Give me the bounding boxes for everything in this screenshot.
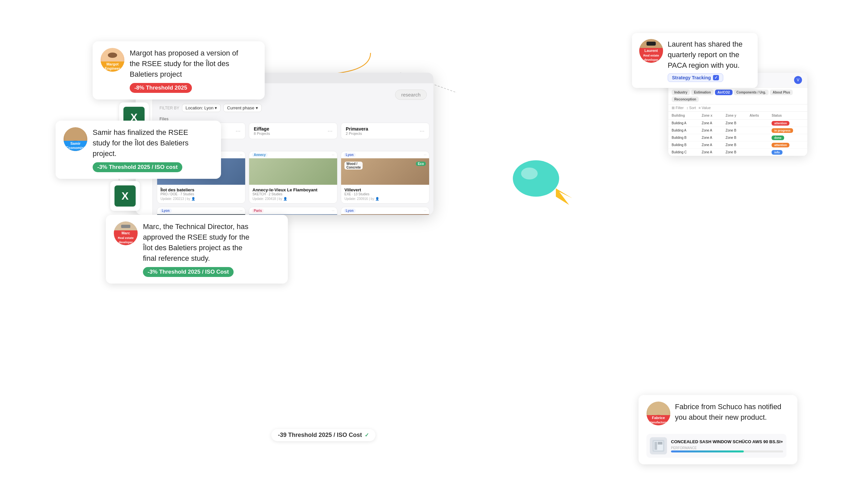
proj-menu-0[interactable]: ··· — [240, 153, 243, 157]
location-chevron: ▾ — [215, 105, 217, 110]
threshold-check: ✓ — [365, 432, 369, 438]
svg-rect-20 — [121, 225, 131, 228]
strategy-tracking-tag[interactable]: Strategy Tracking ✓ — [668, 73, 723, 82]
margot-name: Margot — [106, 62, 119, 66]
col-status: Status — [768, 112, 807, 120]
svg-rect-16 — [646, 42, 656, 46]
location-label: Location: — [186, 105, 203, 110]
margot-badge: -8% Threshold 2025 — [130, 83, 192, 93]
firm-eiffage[interactable]: Eiffage 8 Projects ··· — [249, 123, 338, 139]
tab-components[interactable]: Components / Urg. — [734, 90, 768, 95]
primavera-menu[interactable]: ··· — [419, 128, 425, 134]
search-input[interactable]: research — [395, 90, 427, 100]
user-avatar-icon: V — [794, 76, 802, 84]
laurent-avatar: Laurent Real estatedeveloper — [639, 39, 663, 63]
tab-industry[interactable]: Industry — [672, 90, 690, 95]
product-thumbnail — [650, 437, 667, 454]
proj-menu-4[interactable]: ··· — [332, 209, 334, 213]
laurent-notification: Laurent Real estatedeveloper Laurent has… — [632, 33, 758, 88]
primavera-count: 2 Projects — [346, 131, 368, 136]
filter-icon[interactable]: ⊞ Filter — [672, 106, 684, 110]
eiffage-menu[interactable]: ··· — [328, 128, 332, 134]
proj-card-3[interactable]: Lyon ··· Îlot des bateliers PRO / DOE · … — [157, 207, 245, 215]
value-icon[interactable]: ≡ Value — [698, 106, 711, 110]
table-row: Building C Zone A Zone B info — [668, 149, 807, 156]
margot-avatar: Margot Engineer — [101, 48, 124, 72]
strategy-tracking-label: Strategy Tracking — [672, 75, 711, 80]
fabrice-name: Fabrice — [652, 416, 665, 420]
phase-value: Current phase — [227, 105, 254, 110]
svg-point-30 — [521, 167, 538, 179]
proj-menu-5[interactable]: ··· — [424, 209, 427, 213]
svg-point-28 — [513, 160, 559, 197]
proj-card-1[interactable]: Annecy ··· Annecy-le-Vieux Le Flamboyant… — [249, 151, 338, 203]
margot-message: Margot has proposed a version of the RSE… — [130, 48, 242, 80]
decorative-blob — [509, 139, 576, 206]
marc-role: Real estatedeveloper — [118, 236, 134, 244]
tab-about[interactable]: About Plus — [770, 90, 793, 95]
proj-name-1: Annecy-le-Vieux Le Flamboyant — [253, 187, 334, 192]
proj-phase-1: SKETCH · 2 Studies — [253, 192, 334, 196]
excel-icon-2[interactable]: X — [110, 181, 140, 211]
phase-chevron: ▾ — [256, 105, 258, 110]
sort-icon[interactable]: ↕ Sort — [687, 106, 696, 110]
laurent-message: Laurent has shared the quarterly report … — [668, 39, 750, 71]
threshold-label: -39 Threshold 2025 / ISO Cost — [278, 432, 362, 438]
col-zone-y: Zone y — [722, 112, 746, 120]
svg-point-23 — [654, 406, 663, 414]
product-details: CONCEALED SASH WINDOW SCHÜCO AWS 90 BS.S… — [671, 439, 783, 452]
proj-loc-2: Lyon — [344, 153, 356, 157]
phase-filter[interactable]: Current phase ▾ — [223, 104, 261, 112]
svg-marker-29 — [556, 188, 572, 205]
table-row: Building A Zone A Zone B in progress — [668, 127, 807, 134]
performance-fill — [671, 450, 744, 452]
margot-text: Margot has proposed a version of the RSE… — [130, 48, 257, 93]
product-item: CONCEALED SASH WINDOW SCHÜCO AWS 90 BS.S… — [646, 434, 786, 458]
proj-loc-1: Annecy — [252, 153, 268, 157]
performance-bar — [671, 450, 783, 452]
proj-img-2: Wood / Concrete Eco — [341, 158, 429, 185]
samir-name: Samir — [70, 141, 81, 145]
proj-phase-0: PRO / DOE · 7 Studies — [160, 192, 242, 196]
proj-img-1 — [249, 158, 337, 185]
location-value: Lyon — [205, 105, 214, 110]
product-name: CONCEALED SASH WINDOW SCHÜCO AWS 90 BS.S… — [671, 439, 783, 444]
proj-phase-2: EXE · 13 Studies — [344, 192, 426, 196]
proj-card-2[interactable]: Lyon ··· Wood / Concrete Eco — [341, 151, 430, 203]
proj-card-5[interactable]: Lyon ··· Îlot des... EXE · 5 Studies — [341, 207, 430, 215]
proj-img-5 — [341, 214, 429, 215]
col-zone-x: Zone x — [698, 112, 722, 120]
location-filter[interactable]: Location: Lyon ▾ — [182, 104, 221, 112]
proj-name-2: Villevert — [344, 187, 426, 192]
eiffage-count: 8 Projects — [254, 131, 270, 136]
firm-primavera[interactable]: Primavera 2 Projects ··· — [341, 123, 430, 139]
proj-card-4[interactable]: Paris ··· Annecy-le-Vieux Le Flamboyant … — [249, 207, 338, 215]
filter-label: FILTER BY — [159, 106, 179, 110]
svg-point-9 — [108, 53, 117, 58]
fabrice-avatar: Fabrice Manufacturer — [646, 401, 670, 425]
proj-loc-4: Paris — [252, 209, 264, 213]
tab-estimation[interactable]: Estimation — [691, 90, 713, 95]
excel-logo-2: X — [115, 185, 136, 206]
col-building: Building — [668, 112, 698, 120]
primavera-name: Primavera — [346, 126, 368, 131]
tab-airco2[interactable]: Air/CO2 — [715, 90, 732, 95]
proj-name-0: Îlot des bateliers — [160, 187, 242, 192]
samir-avatar: Samir Economist — [64, 127, 87, 151]
fabrice-message: Fabrice from Schuco has notified you abo… — [675, 401, 788, 423]
proj-menu-1[interactable]: ··· — [332, 153, 334, 157]
samir-role: Economist — [66, 146, 85, 150]
samir-notification: Samir Economist Samir has finalized the … — [56, 121, 221, 179]
laurent-name: Laurent — [644, 49, 658, 53]
vinci-menu[interactable]: ··· — [236, 128, 241, 134]
proj-update-1: Update: 230418 | by 👤 — [253, 197, 334, 201]
proj-menu-2[interactable]: ··· — [424, 153, 427, 157]
proj-loc-5: Lyon — [344, 209, 356, 213]
eiffage-name: Eiffage — [254, 126, 270, 131]
strategy-tabs-row: Industry Estimation Air/CO2 Components /… — [668, 88, 807, 105]
proj-menu-3[interactable]: ··· — [240, 209, 243, 213]
tab-reconception[interactable]: Reconception — [672, 96, 699, 102]
performance-label: PERFORMANCE — [671, 446, 783, 450]
marc-text: Marc, the Technical Director, has approv… — [143, 221, 280, 277]
laurent-text: Laurent has shared the quarterly report … — [668, 39, 750, 82]
